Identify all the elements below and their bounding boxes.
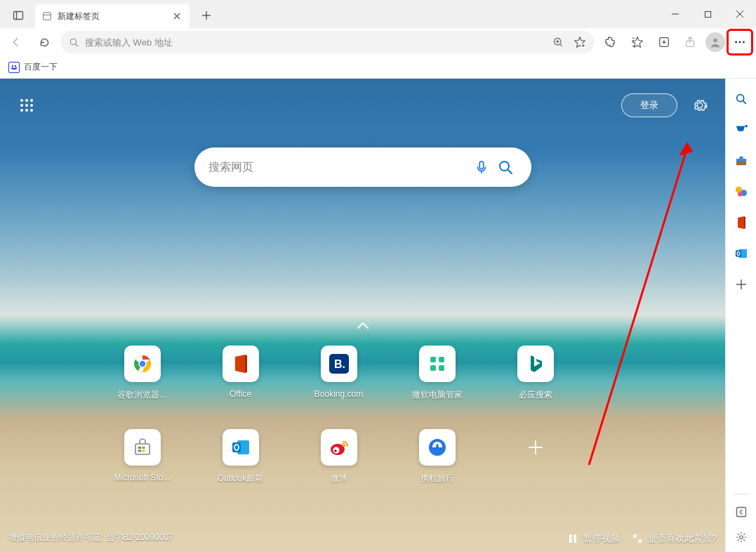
- svg-point-37: [25, 99, 28, 102]
- pause-icon: [568, 534, 578, 544]
- quick-link-label: 必应搜索: [519, 389, 552, 401]
- svg-line-78: [743, 101, 745, 104]
- login-button-label: 登录: [640, 99, 658, 112]
- login-button[interactable]: 登录: [621, 93, 677, 117]
- edge-sidebar: [725, 79, 756, 552]
- quick-link-tile[interactable]: Outlook邮箱: [215, 429, 266, 485]
- quick-link-tile[interactable]: 必应搜索: [510, 346, 561, 401]
- svg-rect-56: [439, 365, 444, 371]
- address-input[interactable]: [85, 37, 547, 48]
- chrome-icon: [124, 346, 161, 382]
- sidebar-games-button[interactable]: [734, 184, 749, 199]
- svg-point-32: [12, 65, 13, 66]
- svg-rect-71: [569, 534, 572, 543]
- browser-tab[interactable]: 新建标签页: [35, 4, 190, 28]
- quick-link-tile[interactable]: Microsoft Sto...: [117, 429, 168, 485]
- svg-marker-76: [679, 142, 693, 156]
- baidu-favicon-icon: [8, 62, 20, 73]
- quick-link-tile[interactable]: 谷歌浏览器...: [117, 346, 168, 401]
- tab-favicon-icon: [42, 11, 52, 21]
- app-launcher-button[interactable]: [13, 91, 41, 119]
- svg-rect-55: [430, 365, 436, 371]
- address-bar[interactable]: [60, 31, 595, 53]
- outlook-icon: [223, 429, 259, 466]
- search-submit-button[interactable]: [493, 155, 517, 179]
- booking-icon: B.: [321, 346, 357, 382]
- ntp-search-input[interactable]: [208, 161, 470, 173]
- more-horizontal-icon: [734, 36, 746, 48]
- quick-link-label: Microsoft Sto...: [114, 473, 170, 482]
- svg-rect-54: [439, 357, 444, 362]
- extensions-button[interactable]: [599, 30, 623, 54]
- quick-link-tile[interactable]: 微博: [314, 429, 364, 485]
- favorite-link-baidu[interactable]: 百度一下: [8, 61, 58, 73]
- quick-link-tile[interactable]: 微软电脑管家: [412, 346, 463, 401]
- svg-point-85: [738, 192, 742, 196]
- pause-video-button[interactable]: 暂停视频: [568, 532, 620, 545]
- add-favorite-icon[interactable]: [573, 36, 586, 48]
- svg-point-40: [25, 104, 28, 107]
- svg-point-28: [713, 38, 717, 42]
- sidebar-collapse-button[interactable]: [734, 504, 749, 520]
- svg-rect-57: [135, 444, 150, 454]
- quick-link-label: 微软电脑管家: [412, 389, 463, 401]
- add-quick-link-button[interactable]: [510, 429, 561, 485]
- sidebar-tools-button[interactable]: [734, 153, 749, 169]
- svg-rect-82: [736, 159, 745, 162]
- voice-search-button[interactable]: [470, 155, 493, 179]
- ntp-search-box[interactable]: [194, 147, 531, 187]
- expand-icon: [632, 534, 642, 544]
- window-close-button[interactable]: [724, 0, 756, 28]
- window-minimize-button[interactable]: [659, 0, 691, 28]
- svg-rect-81: [739, 157, 743, 159]
- like-background-label: 是否喜欢此背景?: [648, 532, 717, 545]
- svg-point-36: [20, 99, 23, 102]
- zoom-indicator-icon[interactable]: [552, 37, 564, 48]
- search-icon: [69, 37, 79, 48]
- profile-avatar-button[interactable]: [705, 32, 725, 52]
- tab-actions-button[interactable]: [7, 4, 29, 27]
- sidebar-outlook-button[interactable]: [734, 246, 749, 261]
- svg-rect-91: [736, 508, 745, 517]
- tab-close-button[interactable]: [171, 11, 183, 22]
- new-tab-button[interactable]: [195, 4, 218, 27]
- microphone-icon: [474, 159, 489, 175]
- quick-link-tile[interactable]: 携程旅行: [412, 429, 463, 485]
- sidebar-add-button[interactable]: [734, 277, 749, 292]
- msstore-icon: [124, 429, 161, 466]
- favorites-bar: 百度一下: [0, 56, 756, 79]
- ctrip-icon: [419, 429, 456, 466]
- share-button[interactable]: [679, 30, 703, 54]
- like-background-button[interactable]: 是否喜欢此背景?: [632, 532, 717, 545]
- collections-button[interactable]: [652, 30, 676, 54]
- settings-and-more-button[interactable]: [728, 30, 752, 54]
- quick-link-label: 谷歌浏览器...: [117, 389, 166, 401]
- svg-point-67: [334, 449, 337, 452]
- quick-link-label: 携程旅行: [420, 473, 454, 485]
- svg-point-41: [30, 104, 33, 107]
- quick-link-tile[interactable]: B.Booking.com: [314, 346, 364, 401]
- license-text: 增值电信业务经营许可证: 合字B2-20090007: [8, 532, 173, 544]
- expand-feed-button[interactable]: [354, 317, 371, 337]
- sidebar-search-button[interactable]: [734, 91, 749, 107]
- office-icon: [223, 346, 259, 382]
- svg-point-44: [30, 109, 33, 112]
- quick-link-tile[interactable]: Office: [215, 346, 266, 401]
- svg-point-29: [735, 41, 737, 44]
- back-button[interactable]: [4, 30, 28, 54]
- page-settings-button[interactable]: [687, 93, 712, 118]
- favorites-button[interactable]: [625, 30, 649, 54]
- tab-title: 新建标签页: [58, 11, 100, 22]
- quick-link-label: Booking.com: [314, 389, 363, 399]
- sidebar-office-button[interactable]: [734, 215, 749, 230]
- sidebar-settings-button[interactable]: [734, 530, 749, 545]
- window-maximize-button[interactable]: [691, 0, 724, 28]
- window-controls: [659, 0, 756, 28]
- svg-point-50: [139, 360, 146, 367]
- sidebar-shopping-button[interactable]: [734, 122, 749, 138]
- pcmanager-icon: [419, 346, 456, 382]
- gear-icon: [692, 98, 708, 113]
- svg-point-79: [745, 125, 748, 128]
- refresh-button[interactable]: [32, 30, 56, 54]
- svg-point-39: [20, 104, 23, 107]
